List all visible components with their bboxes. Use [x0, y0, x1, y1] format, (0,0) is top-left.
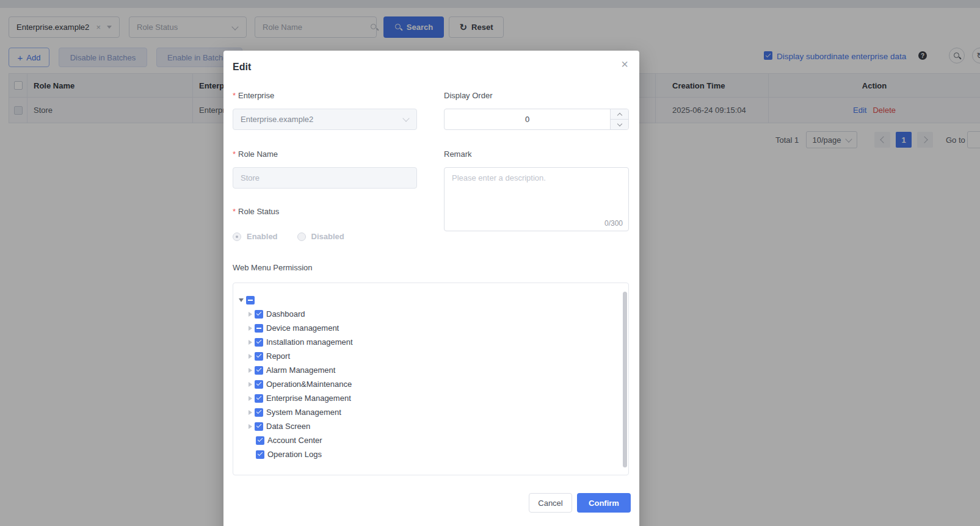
tree-node-label: Account Center — [267, 436, 322, 445]
tree-node-label: Enterprise Management — [266, 394, 351, 403]
chevron-down-icon — [402, 115, 409, 121]
stepper-down-button[interactable] — [611, 120, 628, 129]
tree-node[interactable]: System Management — [249, 405, 628, 419]
tree-node-label: Dashboard — [266, 309, 305, 319]
confirm-button-label: Confirm — [589, 499, 619, 508]
tree-node[interactable] — [239, 293, 628, 307]
role-status-radio-group: Enabled Disabled — [233, 232, 417, 241]
edit-dialog: Edit × *Enterprise Enterprise.example2 D… — [223, 51, 639, 526]
web-menu-permission-label: Web Menu Permission — [233, 263, 417, 272]
enterprise-label: *Enterprise — [233, 91, 417, 100]
tree-node[interactable]: Operation&Maintenance — [249, 377, 628, 391]
tree-expand-icon[interactable] — [249, 396, 252, 401]
tree-expand-icon[interactable] — [249, 382, 252, 387]
tree-checkbox[interactable] — [256, 436, 264, 445]
tree-node-label: Installation management — [266, 337, 353, 347]
tree-expand-icon[interactable] — [249, 354, 252, 359]
permission-tree-box: DashboardDevice managementInstallation m… — [233, 283, 629, 475]
display-order-input[interactable] — [445, 115, 610, 124]
tree-expand-icon[interactable] — [249, 340, 252, 345]
tree-checkbox[interactable] — [255, 408, 263, 417]
cancel-button[interactable]: Cancel — [529, 493, 572, 513]
tree-expand-icon[interactable] — [249, 368, 252, 373]
tree-scrollbar[interactable] — [623, 292, 627, 467]
character-counter: 0/300 — [604, 219, 623, 228]
tree-node[interactable]: Enterprise Management — [249, 391, 628, 405]
tree-node-label: Data Screen — [266, 422, 310, 431]
tree-node[interactable]: Dashboard — [249, 307, 628, 321]
tree-checkbox[interactable] — [256, 450, 264, 459]
role-name-value: Store — [241, 173, 260, 182]
tree-node-label: System Management — [266, 408, 341, 417]
enterprise-select[interactable]: Enterprise.example2 — [233, 109, 417, 130]
chevron-down-icon — [617, 121, 622, 126]
role-management-page: Enterprise.example2 × Role Status Search… — [0, 0, 980, 526]
display-order-label: Display Order — [444, 91, 629, 100]
stepper-up-button[interactable] — [611, 109, 628, 120]
tree-node[interactable]: Device management — [249, 321, 628, 335]
tree-expand-icon[interactable] — [249, 312, 252, 317]
radio-selected-icon — [233, 232, 241, 241]
chevron-up-icon — [617, 112, 622, 117]
tree-node-label: Alarm Management — [266, 366, 335, 375]
remark-textarea[interactable] — [445, 168, 628, 231]
tree-node[interactable]: Report — [249, 349, 628, 363]
dialog-title: Edit — [233, 62, 251, 73]
permission-tree: DashboardDevice managementInstallation m… — [233, 283, 628, 461]
tree-expand-icon[interactable] — [249, 424, 252, 429]
tree-node[interactable]: Account Center — [256, 433, 628, 447]
radio-disabled[interactable]: Disabled — [297, 232, 344, 241]
remark-field: 0/300 — [444, 167, 629, 231]
tree-expand-icon[interactable] — [249, 410, 252, 415]
remark-label: Remark — [444, 150, 629, 159]
enterprise-select-value: Enterprise.example2 — [241, 115, 313, 124]
number-stepper — [610, 109, 628, 129]
tree-checkbox[interactable] — [255, 394, 263, 403]
role-status-label: *Role Status — [233, 207, 417, 216]
tree-node-label: Operation&Maintenance — [266, 380, 352, 389]
tree-expand-icon[interactable] — [249, 326, 252, 331]
tree-node-label: Device management — [266, 323, 339, 333]
role-name-input[interactable]: Store — [233, 167, 417, 189]
radio-disabled-label: Disabled — [311, 232, 344, 241]
tree-checkbox[interactable] — [246, 296, 255, 304]
tree-node[interactable]: Operation Logs — [256, 447, 628, 461]
tree-node[interactable]: Alarm Management — [249, 363, 628, 377]
tree-checkbox[interactable] — [255, 310, 263, 319]
confirm-button[interactable]: Confirm — [577, 493, 631, 513]
tree-checkbox[interactable] — [255, 422, 263, 431]
tree-node-label: Report — [266, 351, 290, 361]
role-name-label: *Role Name — [233, 150, 417, 159]
cancel-button-label: Cancel — [538, 499, 562, 508]
close-icon[interactable]: × — [621, 58, 628, 70]
radio-enabled[interactable]: Enabled — [233, 232, 278, 241]
radio-unselected-icon — [297, 232, 306, 241]
tree-node[interactable]: Data Screen — [249, 419, 628, 433]
radio-enabled-label: Enabled — [247, 232, 278, 241]
tree-checkbox[interactable] — [255, 324, 263, 333]
tree-node-label: Operation Logs — [267, 450, 322, 459]
tree-checkbox[interactable] — [255, 352, 263, 361]
tree-collapse-icon[interactable] — [239, 298, 244, 302]
tree-checkbox[interactable] — [255, 366, 263, 375]
tree-checkbox[interactable] — [255, 380, 263, 389]
display-order-field — [444, 109, 629, 130]
tree-checkbox[interactable] — [255, 338, 263, 347]
tree-node[interactable]: Installation management — [249, 335, 628, 349]
